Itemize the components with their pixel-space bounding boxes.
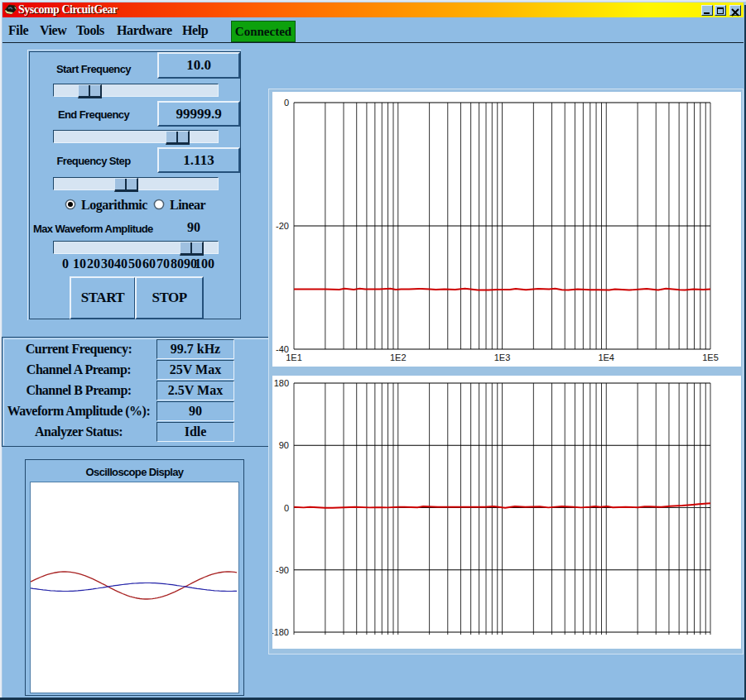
svg-text:-180: -180 bbox=[272, 627, 289, 637]
svg-text:1E4: 1E4 bbox=[598, 352, 614, 362]
svg-text:-90: -90 bbox=[276, 565, 289, 575]
svg-text:0: 0 bbox=[284, 503, 289, 513]
svg-text:1E1: 1E1 bbox=[286, 352, 302, 362]
svg-text:0: 0 bbox=[284, 98, 289, 108]
svg-text:-20: -20 bbox=[276, 221, 289, 231]
svg-text:1E2: 1E2 bbox=[390, 352, 407, 362]
svg-text:1E5: 1E5 bbox=[702, 352, 719, 362]
svg-text:180: 180 bbox=[274, 378, 289, 388]
svg-text:1E3: 1E3 bbox=[494, 352, 511, 362]
svg-text:90: 90 bbox=[279, 440, 289, 450]
